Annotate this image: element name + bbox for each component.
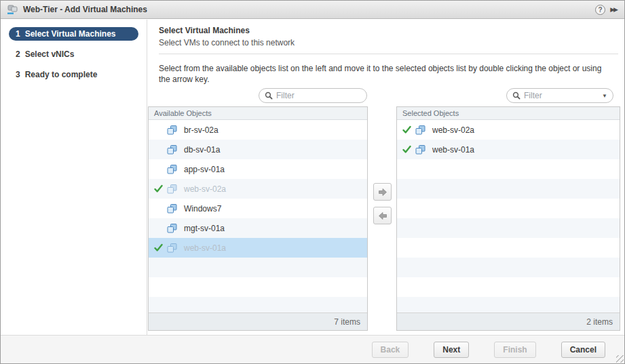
vm-name: web-sv-01a xyxy=(184,243,226,253)
check-icon xyxy=(154,125,167,134)
step-label: Select Virtual Machines xyxy=(25,29,116,39)
step-label: Select vNICs xyxy=(25,49,75,59)
vm-name: web-sv-02a xyxy=(184,184,226,194)
check-icon xyxy=(154,184,167,193)
available-objects-panel: Available Objects br-sv-02a db-sv- xyxy=(148,106,368,331)
cancel-button[interactable]: Cancel xyxy=(561,342,605,358)
list-item[interactable]: br-sv-02a xyxy=(149,120,367,140)
vm-icon xyxy=(167,145,178,155)
main-heading-block: Select Virtual Machines Select VMs to co… xyxy=(159,26,618,54)
collapse-icon[interactable]: ▶▶ xyxy=(610,5,619,15)
check-icon xyxy=(154,224,167,232)
step-number: 3 xyxy=(16,70,20,79)
vm-icon xyxy=(167,243,178,253)
available-filter-input[interactable] xyxy=(276,91,361,100)
vm-name: web-sv-02a xyxy=(432,125,474,135)
list-item[interactable]: Windows7 xyxy=(149,199,367,218)
dialog-titlebar: Web-Tier - Add Virtual Machines ? ▶▶ xyxy=(1,1,624,19)
available-objects-list[interactable]: br-sv-02a db-sv-01a app-sv-01a xyxy=(149,120,367,312)
list-item[interactable]: db-sv-01a xyxy=(149,140,367,159)
wizard-step[interactable]: 2 Select vNICs xyxy=(9,47,138,61)
check-icon xyxy=(402,145,415,154)
vm-name: app-sv-01a xyxy=(184,165,225,174)
vm-icon xyxy=(167,224,178,233)
selected-filter-input[interactable] xyxy=(524,91,599,100)
finish-button[interactable]: Finish xyxy=(494,342,535,358)
check-icon xyxy=(154,165,167,174)
selected-items-count: 2 items xyxy=(397,312,620,330)
vm-icon xyxy=(167,184,178,194)
list-item[interactable]: app-sv-01a xyxy=(149,159,367,179)
vm-name: mgt-sv-01a xyxy=(184,224,225,233)
add-virtual-machines-dialog: Web-Tier - Add Virtual Machines ? ▶▶ 1 S… xyxy=(0,0,625,364)
instructions-text: Select from the available objects list o… xyxy=(159,63,608,85)
arrow-left-icon xyxy=(378,211,387,220)
vm-icon xyxy=(415,145,426,155)
available-items-count: 7 items xyxy=(149,312,367,330)
step-number: 1 xyxy=(16,29,20,39)
check-icon xyxy=(402,125,415,134)
available-objects-header: Available Objects xyxy=(149,107,367,120)
available-filter xyxy=(259,88,367,103)
check-icon xyxy=(154,145,167,154)
check-icon xyxy=(154,243,167,252)
vm-icon xyxy=(415,125,426,135)
vm-name: db-sv-01a xyxy=(184,145,220,155)
resize-grip[interactable] xyxy=(616,355,624,363)
list-item[interactable]: mgt-sv-01a xyxy=(149,218,367,238)
heading-divider xyxy=(159,54,618,54)
move-right-button[interactable] xyxy=(373,183,392,201)
dialog-title: Web-Tier - Add Virtual Machines xyxy=(23,5,147,14)
list-item[interactable]: web-sv-02a xyxy=(397,120,620,140)
vm-icon xyxy=(167,204,178,214)
page-title: Select Virtual Machines xyxy=(159,26,618,35)
help-icon[interactable]: ? xyxy=(595,5,605,15)
wizard-step[interactable]: 3 Ready to complete xyxy=(9,68,138,81)
step-label: Ready to complete xyxy=(25,70,98,79)
vm-name: Windows7 xyxy=(184,204,221,214)
network-vm-icon xyxy=(6,3,18,16)
wizard-steps-sidebar: 1 Select Virtual Machines 2 Select vNICs… xyxy=(1,20,147,335)
vm-name: br-sv-02a xyxy=(184,125,219,135)
selected-filter: ▼ xyxy=(506,88,613,103)
selected-objects-panel: Selected Objects web-sv-02a web-sv xyxy=(396,106,620,331)
wizard-step[interactable]: 1 Select Virtual Machines xyxy=(9,27,138,41)
dialog-footer: Back Next Finish Cancel xyxy=(1,335,624,363)
selected-objects-header: Selected Objects xyxy=(397,107,620,120)
arrow-right-icon xyxy=(378,188,387,197)
vm-icon xyxy=(167,125,178,135)
vm-icon xyxy=(167,165,178,174)
dropdown-caret-icon[interactable]: ▼ xyxy=(602,93,607,99)
search-icon xyxy=(265,92,273,100)
back-button[interactable]: Back xyxy=(372,342,409,358)
move-left-button[interactable] xyxy=(373,207,392,224)
page-subtitle: Select VMs to connect to this network xyxy=(159,38,618,47)
list-item[interactable]: web-sv-01a xyxy=(149,238,367,258)
list-item[interactable]: web-sv-02a xyxy=(149,179,367,199)
list-item[interactable]: web-sv-01a xyxy=(397,140,620,159)
selected-objects-list[interactable]: web-sv-02a web-sv-01a xyxy=(397,120,620,312)
search-icon xyxy=(512,92,520,100)
check-icon xyxy=(154,204,167,213)
next-button[interactable]: Next xyxy=(434,342,469,358)
vm-name: web-sv-01a xyxy=(432,145,474,155)
step-number: 2 xyxy=(16,49,20,59)
